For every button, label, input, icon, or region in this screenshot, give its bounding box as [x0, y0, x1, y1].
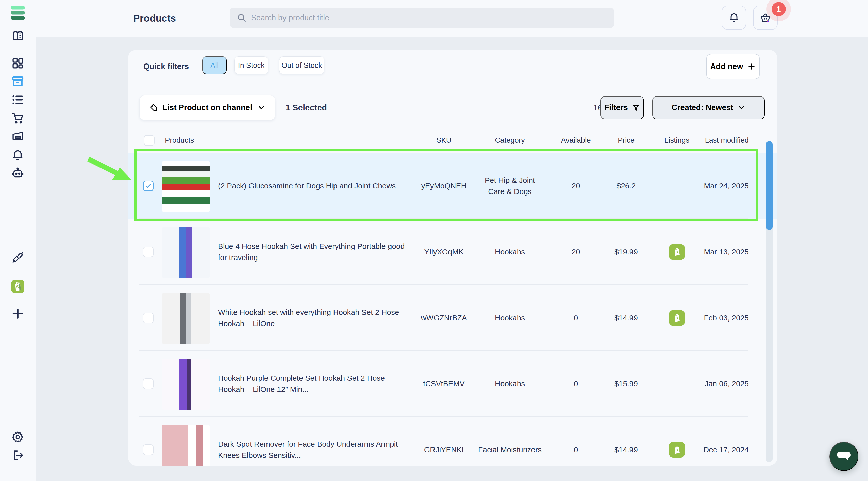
shopify-listing-icon[interactable]: S [669, 442, 685, 458]
list-product-on-channel-button[interactable]: List Product on channel [140, 95, 275, 120]
shopify-logo-icon: S [11, 280, 24, 293]
page-title: Products [133, 13, 176, 24]
row-divider [140, 416, 748, 417]
plus-icon [747, 62, 756, 71]
column-sku: SKU [411, 136, 477, 145]
orders-cart-icon[interactable] [11, 112, 24, 125]
column-category: Category [477, 136, 543, 145]
product-sku: YIlyXGqMK [411, 246, 477, 258]
shopify-listing-icon[interactable]: S [669, 310, 685, 326]
product-sku: tCSVtBEMV [411, 378, 477, 389]
search-bar[interactable] [230, 8, 614, 28]
product-thumbnail [162, 161, 210, 212]
product-last-modified: Mar 24, 2025 [683, 180, 749, 191]
chat-widget-button[interactable] [830, 442, 858, 471]
row-checkbox[interactable] [143, 379, 154, 389]
cart-badge: 1 [772, 2, 786, 16]
column-last-modified: Last modified [683, 136, 749, 145]
product-price: $26.2 [593, 180, 659, 191]
product-title[interactable]: Blue 4 Hose Hookah Set with Everything P… [218, 241, 410, 263]
product-title[interactable]: Hookah Purple Complete Set Hookah Set 2 … [218, 372, 410, 395]
table-scrollbar-track[interactable] [766, 141, 773, 462]
product-last-modified: Jan 06, 2025 [683, 378, 749, 389]
quick-filters-label: Quick filters [144, 62, 189, 71]
sidebar-divider [0, 49, 35, 49]
notifications-button[interactable] [721, 6, 746, 30]
product-category: Hookahs [477, 312, 543, 324]
filter-all[interactable]: All [202, 56, 227, 74]
app-logo-icon[interactable] [11, 6, 25, 20]
row-checkbox[interactable] [143, 445, 154, 455]
product-category: Hookahs [477, 246, 543, 258]
sort-button[interactable]: Created: Newest [652, 96, 765, 119]
chevron-down-icon [737, 103, 745, 112]
table-row[interactable]: (2 Pack) Glucosamine for Dogs Hip and Jo… [128, 153, 777, 219]
settings-gear-icon[interactable] [11, 430, 24, 444]
bell-icon [728, 12, 740, 24]
docs-book-icon[interactable] [11, 29, 24, 43]
row-divider [140, 350, 748, 351]
row-checkbox-checked[interactable] [143, 181, 154, 191]
row-checkbox[interactable] [143, 312, 154, 323]
row-checkbox[interactable] [143, 247, 154, 257]
product-thumbnail [162, 425, 210, 465]
logout-icon[interactable] [11, 449, 24, 462]
product-price: $15.99 [593, 378, 659, 389]
product-thumbnail [162, 227, 210, 278]
table-row[interactable]: White Hookah set with everything Hookah … [128, 285, 777, 351]
svg-text:S: S [676, 448, 678, 452]
integrations-plug-icon[interactable] [11, 251, 24, 264]
svg-text:S: S [676, 316, 678, 320]
product-sku: yEyMoQNEH [411, 180, 477, 191]
svg-text:S: S [16, 284, 19, 290]
product-category: Pet Hip & Joint Care & Dogs [477, 175, 543, 197]
product-thumbnail [162, 359, 210, 410]
search-input[interactable] [251, 13, 607, 22]
filter-out-of-stock[interactable]: Out of Stock [279, 56, 324, 74]
sidebar: S [0, 0, 35, 481]
add-new-button[interactable]: Add new [706, 54, 760, 79]
product-title[interactable]: Dark Spot Remover for Face Body Underarm… [218, 439, 410, 461]
tag-icon [149, 103, 158, 112]
filters-button[interactable]: Filters [600, 96, 644, 119]
chevron-down-icon [257, 103, 266, 112]
ai-robot-icon[interactable] [11, 166, 24, 180]
product-category: Hookahs [477, 378, 543, 389]
chat-bubble-icon [836, 450, 852, 463]
selected-count-label: 1 Selected [285, 103, 327, 113]
column-products: Products [165, 136, 194, 145]
shopify-listing-icon[interactable]: S [669, 244, 685, 260]
search-icon [237, 13, 246, 23]
notifications-bell-icon[interactable] [11, 148, 24, 161]
product-title[interactable]: (2 Pack) Glucosamine for Dogs Hip and Jo… [218, 180, 410, 191]
product-last-modified: Dec 17, 2024 [683, 444, 749, 455]
add-store-plus-icon[interactable] [11, 307, 24, 320]
row-divider [140, 218, 748, 219]
product-sku: GRJiYENKI [411, 444, 477, 455]
table-scrollbar-thumb[interactable] [766, 141, 773, 230]
products-card: Quick filters All In Stock Out of Stock … [128, 50, 777, 465]
row-divider [140, 284, 748, 285]
table-header: Products SKU Category Available Price Li… [128, 136, 777, 146]
filter-in-stock[interactable]: In Stock [234, 56, 268, 74]
table-row[interactable]: Blue 4 Hose Hookah Set with Everything P… [128, 219, 777, 285]
table-row[interactable]: Hookah Purple Complete Set Hookah Set 2 … [128, 351, 777, 417]
storefront-icon[interactable] [11, 129, 24, 142]
product-title[interactable]: White Hookah set with everything Hookah … [218, 307, 410, 329]
product-thumbnail [162, 293, 210, 344]
check-icon [145, 182, 152, 189]
product-category: Facial Moisturizers [477, 444, 543, 455]
product-last-modified: Feb 03, 2025 [683, 312, 749, 324]
svg-text:S: S [676, 250, 678, 254]
select-all-checkbox[interactable] [144, 135, 155, 146]
list-icon[interactable] [11, 93, 24, 107]
table-row[interactable]: Dark Spot Remover for Face Body Underarm… [128, 417, 777, 465]
products-box-icon[interactable] [11, 75, 24, 88]
dashboard-grid-icon[interactable] [11, 57, 24, 70]
top-header: Products 1 [35, 0, 868, 37]
product-sku: wWGZNrBZA [411, 312, 477, 324]
funnel-icon [632, 103, 640, 112]
shopify-store-icon[interactable]: S [11, 280, 24, 293]
product-last-modified: Mar 13, 2025 [683, 246, 749, 258]
